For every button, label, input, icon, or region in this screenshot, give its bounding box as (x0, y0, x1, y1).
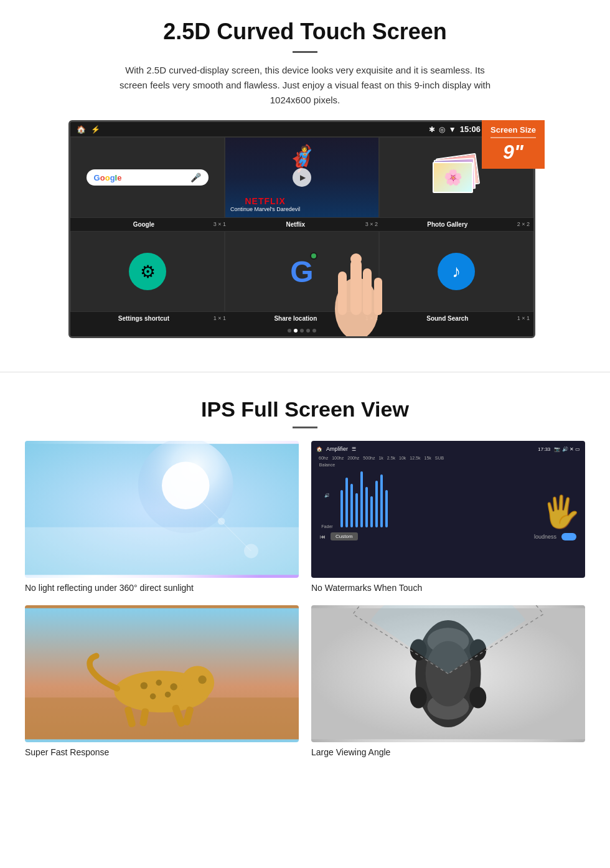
google-mic-icon[interactable]: 🎤 (190, 172, 201, 182)
bluetooth-icon: ✱ (429, 125, 435, 134)
section-ips: IPS Full Screen View (0, 391, 610, 776)
sound-label: Sound Search 1 × 1 (378, 315, 530, 322)
prev-icon: ⏮ (320, 534, 326, 540)
car-svg (311, 605, 585, 742)
netflix-label: Netflix 3 × 2 (226, 221, 378, 228)
gallery-label: Photo Gallery 2 × 2 (378, 221, 530, 228)
feature-sunlight: No light reflecting under 360° direct su… (25, 441, 299, 593)
hand-on-sliders: 🖐 (542, 494, 580, 530)
device-mockup: Screen Size 9" 🏠 ⚡ ✱ ◎ ▼ 15:06 📷 🔊 ✕ (68, 120, 542, 338)
netflix-overlay: NETFLIX Continue Marvel's Daredevil (230, 196, 300, 212)
play-button[interactable]: ▶ (293, 168, 311, 187)
feature-img-sunlight (25, 441, 299, 578)
dot-3 (300, 329, 304, 333)
freq-15k: 15k (424, 456, 431, 460)
dot-1 (288, 329, 291, 333)
badge-size: 9" (490, 141, 536, 164)
amplifier-image: 🏠 Amplifier ☰ 17:33 📷 🔊 ✕ ▭ 60hz 100hz 2… (311, 441, 585, 578)
features-grid: No light reflecting under 360° direct su… (25, 441, 585, 757)
status-time: 15:06 (460, 125, 481, 134)
status-bar: 🏠 ⚡ ✱ ◎ ▼ 15:06 📷 🔊 ✕ ▭ (70, 122, 533, 137)
slider-9 (380, 474, 383, 527)
settings-label: Settings shortcut 1 × 1 (74, 315, 226, 322)
device-screen: 🏠 ⚡ ✱ ◎ ▼ 15:06 📷 🔊 ✕ ▭ (68, 120, 535, 338)
sunlight-svg (25, 441, 299, 578)
badge-divider (490, 137, 536, 138)
feature-img-viewing (311, 605, 585, 742)
svg-point-17 (156, 680, 162, 686)
svg-point-16 (141, 682, 148, 689)
feature-img-watermark: 🏠 Amplifier ☰ 17:33 📷 🔊 ✕ ▭ 60hz 100hz 2… (311, 441, 585, 578)
freq-2k5: 2.5k (387, 456, 395, 460)
netflix-brand: NETFLIX (230, 196, 300, 206)
svg-point-22 (198, 676, 206, 684)
slider-2 (345, 478, 348, 527)
status-left-icons: 🏠 ⚡ (77, 125, 100, 134)
feature-label-viewing: Large Viewing Angle (311, 747, 585, 757)
cheetah-image (25, 605, 299, 742)
app-grid-bottom: ⚙ G (70, 231, 533, 312)
maps-g-icon: G (290, 255, 313, 289)
feature-watermark: 🏠 Amplifier ☰ 17:33 📷 🔊 ✕ ▭ 60hz 100hz 2… (311, 441, 585, 593)
app-labels-bottom: Settings shortcut 1 × 1 Share location 1… (70, 312, 533, 325)
google-logo: Google (94, 173, 122, 182)
feature-img-response (25, 605, 299, 742)
netflix-app-cell[interactable]: 🦸 ▶ NETFLIX Continue Marvel's Daredevil (225, 137, 379, 218)
car-image (311, 605, 585, 742)
share-location-content: G (225, 232, 378, 311)
settings-app-cell[interactable]: ⚙ (70, 231, 225, 312)
slider-8 (375, 481, 378, 527)
svg-point-20 (165, 692, 171, 698)
amp-side-labels: Balance 🔊 Fader (316, 461, 338, 530)
amp-menu-icon: ☰ (352, 446, 356, 452)
section2-divider (293, 427, 317, 428)
volume-sym: 🔊 (319, 493, 336, 498)
home-icon: 🏠 (77, 125, 86, 134)
app-labels-top: Google 3 × 1 Netflix 3 × 2 Photo Gallery… (70, 218, 533, 231)
dot-4 (306, 329, 310, 333)
freq-60: 60hz (319, 456, 328, 460)
netflix-content: 🦸 ▶ NETFLIX Continue Marvel's Daredevil (225, 138, 378, 217)
badge-title: Screen Size (490, 125, 536, 134)
photo-stack: 🌸 (431, 153, 481, 202)
slider-5 (360, 471, 363, 527)
svg-rect-12 (25, 527, 299, 575)
freq-10k: 10k (399, 456, 406, 460)
amp-time: 17:33 (538, 446, 550, 452)
eq-sliders: 🖐 (338, 461, 580, 530)
section1-description: With 2.5D curved-display screen, this de… (112, 63, 498, 108)
slider-1 (340, 490, 343, 527)
freq-labels: 60hz 100hz 200hz 500hz 1k 2.5k 10k 12.5k… (316, 455, 580, 461)
wifi-icon: ▼ (449, 125, 456, 134)
svg-point-21 (181, 666, 215, 700)
sound-search-cell[interactable]: ♪ (379, 231, 533, 312)
netflix-subtitle: Continue Marvel's Daredevil (230, 206, 300, 212)
svg-point-11 (218, 517, 225, 524)
fader-label: Fader (319, 524, 336, 529)
google-app-cell[interactable]: Google 🎤 (70, 137, 225, 218)
freq-500: 500hz (363, 456, 375, 460)
freq-sub: SUB (435, 456, 444, 460)
google-label: Google 3 × 1 (74, 221, 226, 228)
title-divider (293, 51, 317, 53)
slider-6 (365, 487, 368, 527)
maps-pin-icon (310, 252, 317, 260)
freq-12k5: 12.5k (410, 456, 420, 460)
photo-card-3: 🌸 (433, 162, 473, 193)
feature-label-watermark: No Watermarks When Touch (311, 583, 585, 593)
share-location-cell[interactable]: G (225, 231, 379, 312)
loudness-toggle[interactable] (561, 533, 576, 540)
dot-5 (312, 329, 316, 333)
sound-icon-circle: ♪ (438, 253, 475, 290)
amp-bottom-controls: ⏮ Custom loudness (316, 530, 580, 543)
sky-image (25, 441, 299, 578)
section2-title: IPS Full Screen View (25, 397, 585, 422)
section-curved-touch: 2.5D Curved Touch Screen With 2.5D curve… (0, 0, 610, 353)
slider-7 (370, 496, 373, 527)
slider-4 (355, 493, 358, 527)
custom-btn[interactable]: Custom (331, 532, 358, 540)
google-search-bar[interactable]: Google 🎤 (87, 169, 209, 186)
section1-title: 2.5D Curved Touch Screen (37, 19, 573, 45)
music-note-icon: ♪ (452, 262, 461, 281)
feature-viewing: Large Viewing Angle (311, 605, 585, 757)
